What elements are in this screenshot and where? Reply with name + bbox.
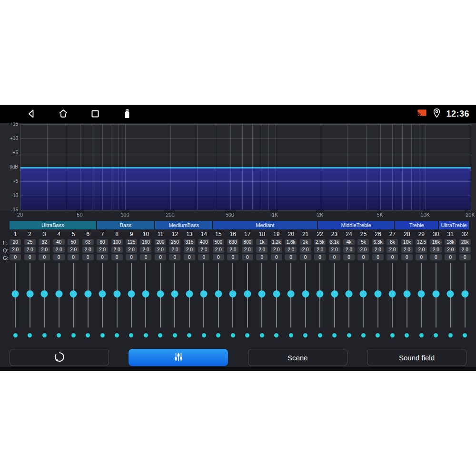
band-gain-chip[interactable]: 0 [10,254,21,260]
band-frequency-chip[interactable]: 20k [459,239,471,245]
band-q-chip[interactable]: 2.0 [39,247,50,253]
band-q-chip[interactable]: 2.0 [387,247,398,253]
band-slider[interactable] [414,262,428,329]
slider-knob[interactable] [244,290,251,298]
band-q-chip[interactable]: 2.0 [314,247,326,253]
band-slider[interactable] [327,262,341,329]
slider-knob[interactable] [26,290,33,298]
slider-knob[interactable] [55,290,62,298]
band-group-mediant[interactable]: Mediant [213,221,317,229]
usb-icon[interactable] [121,108,133,120]
home-icon[interactable] [57,108,69,120]
band-frequency-chip[interactable]: 10k [401,239,413,245]
band-frequency-chip[interactable]: 1.2k [271,239,282,245]
band-frequency-chip[interactable]: 20 [10,239,21,245]
band-frequency-chip[interactable]: 5k [357,239,369,245]
slider-knob[interactable] [12,290,19,298]
band-q-chip[interactable]: 2.0 [256,247,268,253]
slider-knob[interactable] [41,290,48,298]
band-slider[interactable] [66,262,80,329]
slider-knob[interactable] [288,290,295,298]
band-gain-chip[interactable]: 0 [227,254,238,260]
band-q-chip[interactable]: 2.0 [445,247,456,253]
slider-knob[interactable] [317,290,324,298]
slider-knob[interactable] [360,290,367,298]
band-frequency-chip[interactable]: 40 [53,239,65,245]
reset-button[interactable] [10,349,109,366]
band-q-chip[interactable]: 2.0 [10,247,21,253]
band-gain-chip[interactable]: 0 [126,254,137,260]
band-q-chip[interactable]: 2.0 [416,247,427,253]
band-frequency-chip[interactable]: 500 [213,239,224,245]
band-slider[interactable] [211,262,226,329]
band-slider[interactable] [22,262,37,329]
slider-knob[interactable] [461,290,468,298]
band-slider[interactable] [269,262,283,329]
band-gain-chip[interactable]: 0 [445,254,456,260]
slider-knob[interactable] [403,290,410,298]
band-slider[interactable] [37,262,51,329]
band-frequency-chip[interactable]: 315 [184,239,195,245]
band-gain-chip[interactable]: 0 [140,254,151,260]
band-frequency-chip[interactable]: 6.3k [372,239,384,245]
band-frequency-chip[interactable]: 125 [126,239,137,245]
band-q-chip[interactable]: 2.0 [198,247,209,253]
band-gain-chip[interactable]: 0 [82,254,94,260]
band-gain-chip[interactable]: 0 [285,254,297,260]
band-q-chip[interactable]: 2.0 [459,247,471,253]
slider-knob[interactable] [389,290,396,298]
band-gain-chip[interactable]: 0 [401,254,413,260]
band-frequency-chip[interactable]: 50 [68,239,79,245]
band-slider[interactable] [153,262,168,329]
band-gain-chip[interactable]: 0 [372,254,384,260]
band-frequency-chip[interactable]: 2k [300,239,311,245]
band-slider[interactable] [458,262,472,329]
slider-knob[interactable] [432,290,439,298]
band-group-bass[interactable]: Bass [97,221,155,229]
band-q-chip[interactable]: 2.0 [24,247,36,253]
slider-knob[interactable] [346,290,353,298]
band-gain-chip[interactable]: 0 [68,254,79,260]
band-slider[interactable] [400,262,414,329]
band-gain-chip[interactable]: 0 [53,254,65,260]
band-frequency-chip[interactable]: 250 [169,239,180,245]
band-q-chip[interactable]: 2.0 [329,247,340,253]
band-slider[interactable] [168,262,182,329]
band-frequency-chip[interactable]: 4k [343,239,355,245]
slider-knob[interactable] [229,290,237,298]
band-frequency-chip[interactable]: 12.5 [416,239,427,245]
band-slider[interactable] [298,262,312,329]
band-q-chip[interactable]: 2.0 [82,247,94,253]
slider-knob[interactable] [331,290,338,298]
band-frequency-chip[interactable]: 8k [387,239,398,245]
band-frequency-chip[interactable]: 18k [445,239,456,245]
band-gain-chip[interactable]: 0 [256,254,268,260]
band-slider[interactable] [80,262,95,329]
slider-knob[interactable] [142,290,149,298]
back-icon[interactable] [25,108,38,120]
slider-knob[interactable] [200,290,208,298]
band-frequency-chip[interactable]: 63 [82,239,94,245]
band-frequency-chip[interactable]: 160 [140,239,151,245]
band-group-middletreble[interactable]: MiddleTreble [318,221,395,229]
band-gain-chip[interactable]: 0 [24,254,36,260]
slider-knob[interactable] [258,290,266,298]
slider-knob[interactable] [374,290,381,298]
band-slider[interactable] [240,262,255,329]
band-slider[interactable] [443,262,457,329]
slider-knob[interactable] [186,290,193,298]
band-gain-chip[interactable]: 0 [416,254,427,260]
scene-button[interactable]: Scene [248,349,347,366]
band-slider[interactable] [95,262,109,329]
band-q-chip[interactable]: 2.0 [140,247,151,253]
band-frequency-chip[interactable]: 2.5k [314,239,326,245]
band-gain-chip[interactable]: 0 [213,254,224,260]
slider-knob[interactable] [157,290,164,298]
band-q-chip[interactable]: 2.0 [300,247,311,253]
band-slider[interactable] [8,262,22,329]
recents-icon[interactable] [89,108,101,120]
band-q-chip[interactable]: 2.0 [285,247,297,253]
band-slider[interactable] [371,262,385,329]
band-group-ultrabass[interactable]: UltraBass [10,221,96,229]
slider-knob[interactable] [215,290,222,298]
